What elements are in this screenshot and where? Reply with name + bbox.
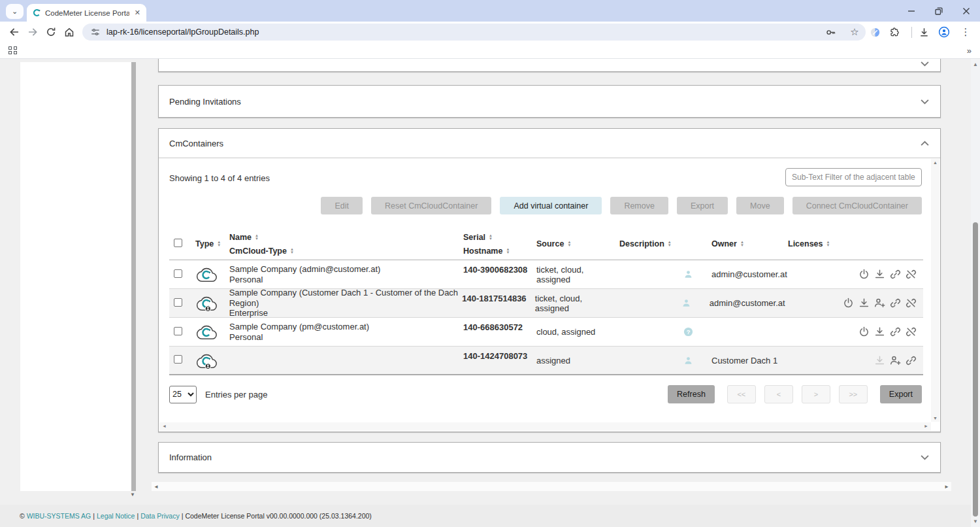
cmcontainers-horizontal-scrollbar[interactable]: ◄ ► <box>159 422 931 431</box>
browser-menu-kebab-icon[interactable]: ⋮ <box>958 26 973 38</box>
scroll-left-icon[interactable]: ◄ <box>162 424 167 428</box>
refresh-button[interactable]: Refresh <box>668 385 715 403</box>
sort-icon[interactable]: ▲▼ <box>506 248 510 254</box>
sidebar-scrollbar[interactable]: ▼ <box>131 62 136 491</box>
table-row: Sample Company (Customer Dach 1 - Custom… <box>169 289 923 318</box>
downloads-icon[interactable] <box>919 27 934 38</box>
forward-icon[interactable] <box>24 23 42 41</box>
sort-icon[interactable]: ▲▼ <box>489 234 493 241</box>
link-icon[interactable] <box>890 298 901 309</box>
bookmarks-overflow-icon[interactable]: » <box>967 46 972 56</box>
sort-icon[interactable]: ▲▼ <box>826 241 830 247</box>
cmcontainers-header[interactable]: CmContainers <box>159 129 940 158</box>
reload-icon[interactable] <box>42 23 60 41</box>
download-icon[interactable] <box>874 269 885 280</box>
sort-icon[interactable]: ▲▼ <box>217 241 221 247</box>
sort-icon[interactable]: ▲▼ <box>255 234 259 241</box>
last-page-button[interactable]: >> <box>839 385 868 403</box>
browser-tab[interactable]: CodeMeter License Portal v00.0 ✕ <box>27 4 146 22</box>
select-all-checkbox[interactable] <box>174 239 182 247</box>
site-settings-icon[interactable] <box>90 27 101 37</box>
wibu-systems-link[interactable]: WIBU-SYSTEMS AG <box>27 512 91 520</box>
page-content: ▼ Pending Invitations CmContainers <box>0 59 971 527</box>
reset-cmcloudcontainer-button[interactable]: Reset CmCloudContainer <box>371 197 491 214</box>
window-close-icon[interactable] <box>953 0 980 22</box>
codemeter-favicon-icon <box>31 8 41 18</box>
password-key-icon[interactable] <box>825 27 841 38</box>
edit-button[interactable]: Edit <box>321 197 363 214</box>
chevron-up-icon[interactable] <box>920 141 930 146</box>
row-checkbox[interactable] <box>174 298 182 307</box>
person-add-icon[interactable] <box>874 298 885 309</box>
unlink-icon[interactable] <box>906 298 917 309</box>
sort-icon[interactable]: ▲▼ <box>567 241 571 247</box>
tab-search-button[interactable]: ⌄ <box>6 4 24 19</box>
export-button[interactable]: Export <box>880 385 922 403</box>
scroll-up-icon[interactable]: ▲ <box>971 61 980 67</box>
first-page-button[interactable]: << <box>727 385 756 403</box>
prev-page-button[interactable]: < <box>764 385 793 403</box>
row-checkbox[interactable] <box>174 269 182 278</box>
apps-grid-icon[interactable] <box>8 46 17 55</box>
move-button[interactable]: Move <box>736 197 784 214</box>
scroll-up-icon[interactable]: ▲ <box>931 160 939 165</box>
pending-invitations-header[interactable]: Pending Invitations <box>159 86 940 117</box>
panel-partial-top[interactable] <box>158 59 941 72</box>
scrollbar-thumb[interactable] <box>973 222 978 517</box>
url-bar[interactable]: lap-rk-16/licenseportal/lpGroupDetails.p… <box>82 24 866 41</box>
person-add-icon[interactable] <box>890 355 901 366</box>
sidebar-scroll-down-icon[interactable]: ▼ <box>130 492 135 498</box>
data-privacy-link[interactable]: Data Privacy <box>140 512 180 520</box>
information-header[interactable]: Information <box>159 443 940 472</box>
link-icon[interactable] <box>890 269 901 280</box>
scroll-down-icon[interactable]: ▼ <box>931 416 939 420</box>
scroll-right-icon[interactable]: ► <box>924 424 928 428</box>
sort-icon[interactable]: ▲▼ <box>290 248 294 254</box>
url-text[interactable]: lap-rk-16/licenseportal/lpGroupDetails.p… <box>106 27 819 37</box>
page-horizontal-scrollbar[interactable]: ◄ ► <box>152 482 951 491</box>
profile-avatar-icon[interactable] <box>938 26 954 38</box>
link-icon[interactable] <box>890 326 901 337</box>
add-virtual-container-button[interactable]: Add virtual container <box>500 197 602 214</box>
unlink-icon[interactable] <box>906 326 917 337</box>
next-page-button[interactable]: > <box>802 385 830 403</box>
legal-notice-link[interactable]: Legal Notice <box>97 512 135 520</box>
sort-icon[interactable]: ▲▼ <box>740 241 744 247</box>
row-checkbox[interactable] <box>174 327 182 335</box>
bookmark-star-icon[interactable]: ☆ <box>847 26 862 38</box>
connect-cmcloudcontainer-button[interactable]: Connect CmCloudContainer <box>792 197 922 214</box>
cmcontainers-vertical-scrollbar[interactable]: ▲ ▼ <box>931 159 939 422</box>
remove-button[interactable]: Remove <box>610 197 668 214</box>
footer-separator: | <box>182 512 184 520</box>
power-icon[interactable] <box>858 326 870 337</box>
extension-badge-icon[interactable] <box>870 27 885 38</box>
unlink-icon[interactable] <box>906 269 917 280</box>
export-button[interactable]: Export <box>677 197 728 214</box>
power-icon[interactable] <box>843 298 854 309</box>
home-icon[interactable] <box>60 23 78 41</box>
chevron-down-icon[interactable] <box>920 61 930 67</box>
row-checkbox[interactable] <box>174 355 182 364</box>
chevron-down-icon[interactable] <box>920 454 930 460</box>
tab-close-icon[interactable]: ✕ <box>133 8 142 17</box>
power-icon[interactable] <box>858 269 870 280</box>
table-filter-input[interactable] <box>785 168 922 186</box>
window-minimize-icon[interactable] <box>898 0 925 22</box>
download-icon[interactable] <box>874 355 885 366</box>
toolbar-separator <box>911 27 912 38</box>
window-restore-icon[interactable] <box>925 0 953 22</box>
pending-invitations-title: Pending Invitations <box>169 97 241 107</box>
download-icon[interactable] <box>874 326 885 337</box>
scroll-right-icon[interactable]: ► <box>944 484 949 490</box>
container-name: Sample Company (admin@customer.at) <box>229 264 463 275</box>
download-icon[interactable] <box>858 298 870 309</box>
link-icon[interactable] <box>906 355 917 366</box>
page-size-select[interactable]: 25 <box>169 386 197 403</box>
chevron-down-icon[interactable] <box>920 99 930 105</box>
scroll-down-icon[interactable]: ▼ <box>971 518 980 524</box>
back-icon[interactable] <box>5 23 24 41</box>
sort-icon[interactable]: ▲▼ <box>668 241 672 247</box>
extensions-puzzle-icon[interactable] <box>889 27 905 38</box>
scroll-left-icon[interactable]: ◄ <box>154 484 159 490</box>
browser-vertical-scrollbar[interactable]: ▲ ▼ <box>971 59 980 527</box>
